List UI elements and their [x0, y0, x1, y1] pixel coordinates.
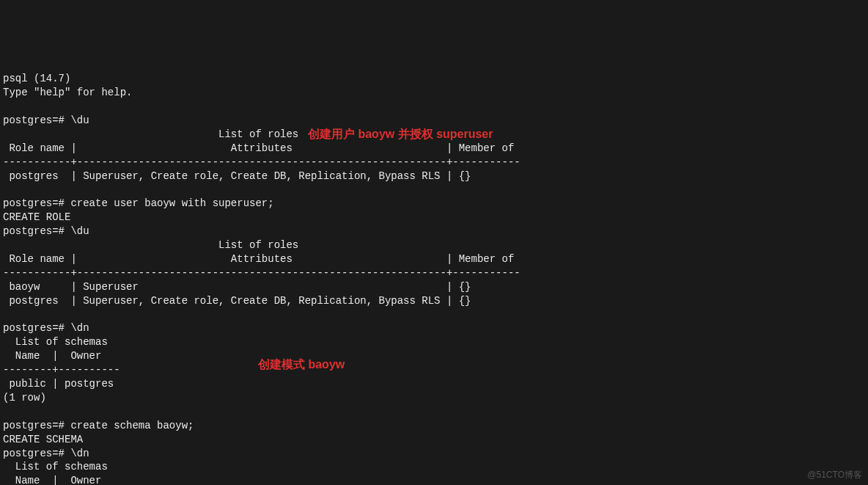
schemas-title-2: List of schemas [3, 461, 108, 473]
roles-header-1: Role name | Attributes | Member of [3, 142, 521, 154]
result-create-role: CREATE ROLE [3, 211, 70, 223]
roles-title-2: List of roles [3, 239, 298, 251]
annotation-create-user: 创建用户 baoyw 并授权 superuser [308, 126, 493, 142]
roles-row-postgres-2: postgres | Superuser, Create role, Creat… [3, 295, 471, 307]
terminal-output[interactable]: psql (14.7) Type "help" for help. postgr… [3, 59, 865, 485]
roles-sep-2: -----------+----------------------------… [3, 267, 521, 279]
roles-title-1: List of roles [3, 128, 298, 140]
prompt-du-2: postgres=# \du [3, 225, 89, 237]
result-create-schema: CREATE SCHEMA [3, 434, 83, 445]
help-hint: Type "help" for help. [3, 87, 132, 98]
prompt-du-1: postgres=# \du [3, 114, 89, 126]
prompt-dn-2: postgres=# \dn [3, 448, 89, 459]
schemas-header-1: Name | Owner [3, 350, 120, 362]
prompt-dn-1: postgres=# \dn [3, 322, 89, 334]
schemas-title-1: List of schemas [3, 336, 108, 348]
schemas-count-1: (1 row) [3, 392, 46, 404]
schemas-sep-1: --------+---------- [3, 364, 120, 376]
roles-row-postgres-1: postgres | Superuser, Create role, Creat… [3, 170, 471, 182]
annotation-create-schema: 创建模式 baoyw [258, 357, 345, 373]
prompt-create-user: postgres=# create user baoyw with superu… [3, 197, 274, 209]
roles-sep-1: -----------+----------------------------… [3, 156, 521, 168]
watermark: @51CTO博客 [807, 469, 862, 481]
roles-header-2: Role name | Attributes | Member of [3, 253, 521, 265]
schemas-header-2: Name | Owner [3, 475, 120, 485]
roles-row-baoyw: baoyw | Superuser | {} [3, 281, 471, 293]
psql-version: psql (14.7) [3, 73, 70, 84]
prompt-create-schema: postgres=# create schema baoyw; [3, 420, 194, 431]
schemas-row-public-1: public | postgres [3, 378, 114, 390]
